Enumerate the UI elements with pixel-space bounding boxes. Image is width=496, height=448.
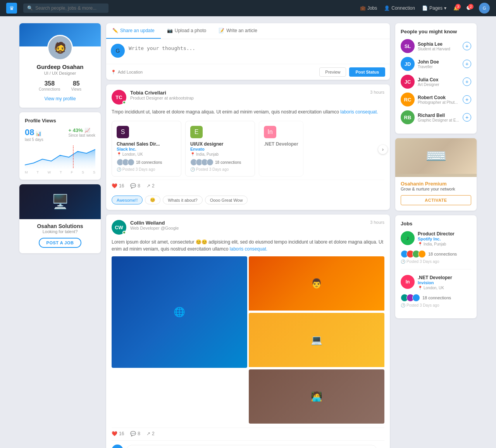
comment-input[interactable] <box>126 445 377 448</box>
invision-logo: In <box>264 126 276 138</box>
person-item: SL Sophia Lee Student at Harvard + <box>401 39 471 53</box>
job-posted-text: 🕐 Posted 3 Days ago <box>401 303 471 307</box>
person-sub: Graphic Designer at E... <box>418 118 460 122</box>
job-card-mini: In .NET Developer <box>259 121 303 177</box>
scroll-right-arrow[interactable]: › <box>378 145 388 154</box>
post-text: Lorem ipsum dolor sit amet, consectetur … <box>112 239 384 252</box>
views-sub-label: last 5 days <box>25 137 43 142</box>
job-item: In .NET Developer Invision 📍 London, UK <box>401 275 471 313</box>
job-item-company: Invision <box>418 280 471 285</box>
connections-count: 18 connections <box>422 295 451 300</box>
days-labels: M T W T F S S <box>25 170 95 174</box>
person-info: Richard Bell Graphic Designer at E... <box>418 113 460 122</box>
job-location: 📍 India, Punjab <box>190 152 250 156</box>
nav-right: 💼 Jobs 👤 Connection 📄 Pages ▾ 🔔 3 💬 2 G <box>360 3 490 14</box>
person-info: Julia Cox Art Designer <box>418 77 460 87</box>
awesome-reaction[interactable]: Awesome!! <box>112 196 143 204</box>
connection-avatars <box>401 294 420 302</box>
post-item: CW Collin Weiland Web Developer @Google … <box>106 215 390 448</box>
whats-about-reaction[interactable]: Whats it about? <box>163 196 202 204</box>
post-link[interactable]: laboris consequat. <box>340 109 378 115</box>
connect-button[interactable]: + <box>463 60 471 68</box>
banner-image: ⌨️ <box>395 138 477 177</box>
activate-button[interactable]: ACTIVATE <box>401 195 471 205</box>
post-author-name: Collin Weiland <box>130 220 370 226</box>
tab-share-update[interactable]: ✏️ Share an update <box>106 23 161 39</box>
people-you-might-know: People you might know SL Sophia Lee Stud… <box>395 23 477 134</box>
tab-upload-photo[interactable]: 📷 Upload a photo <box>161 23 212 39</box>
like-action[interactable]: ❤️ 16 <box>112 431 124 436</box>
nav-logo: ♛ <box>6 3 17 14</box>
share-action[interactable]: ↗ 2 <box>146 431 155 436</box>
search-input[interactable] <box>35 5 101 11</box>
comment-input-row: ↗ <box>112 440 384 448</box>
search-box[interactable]: 🔍 <box>23 3 108 13</box>
location-pin-icon: 📍 <box>117 152 121 156</box>
invision-logo: In <box>401 275 415 289</box>
connect-button[interactable]: + <box>463 95 471 104</box>
jobs-horizontal-scroll[interactable]: S Channel Sales Dir... Slack Inc. 📍 Lond… <box>112 119 384 180</box>
comment-avatar <box>112 445 123 448</box>
person-laptop-image: 💻 <box>249 313 384 367</box>
person-name: John Doe <box>418 59 460 65</box>
composer-tabs: ✏️ Share an update 📷 Upload a photo 📝 Wr… <box>106 23 390 39</box>
view-profile-link[interactable]: View my profile <box>44 96 76 101</box>
person-sub: Photographer at Phut... <box>418 100 460 105</box>
user-avatar[interactable]: G <box>479 3 490 14</box>
person-item: JD John Doe Traveller + <box>401 57 471 71</box>
pages-chevron-icon: ▾ <box>444 5 446 11</box>
like-action[interactable]: ❤️ 16 <box>112 183 124 189</box>
post-status-button[interactable]: Post Status <box>349 67 385 77</box>
person-name: Sophia Lee <box>418 41 460 47</box>
people-section-title: People you might know <box>401 29 471 34</box>
composer-textarea[interactable] <box>129 44 385 59</box>
messages-icon-wrap[interactable]: 💬 2 <box>466 5 472 11</box>
notifications-bell[interactable]: 🔔 3 <box>453 5 459 11</box>
person-sub: Student at Harvard <box>418 47 460 51</box>
connections-count: 18 connections <box>428 252 457 256</box>
envato-logo: E <box>190 126 203 138</box>
profile-avatar: 🧔 <box>47 35 73 60</box>
job-company: Envato <box>190 147 250 151</box>
job-item-location: 📍 London, UK <box>418 286 471 290</box>
post-author-info: Tobia Crivellari Product Designer at ank… <box>126 90 370 100</box>
job-posted: 🕐 Posted 3 Days ago <box>190 167 250 172</box>
preview-button[interactable]: Preview <box>319 67 346 77</box>
job-item-company: Spotify Inc. <box>418 237 471 241</box>
location-icon: 📍 <box>111 70 116 75</box>
views-card-title: Profile Views <box>25 118 95 124</box>
share-action[interactable]: ↗ 2 <box>146 183 155 189</box>
online-indicator <box>122 101 126 104</box>
comment-action[interactable]: 💬 8 <box>130 431 140 436</box>
jobs-sidebar: Jobs ♪ Product Director Spotify Inc. 📍 I… <box>395 215 477 318</box>
connect-button[interactable]: + <box>463 113 471 122</box>
comment-action[interactable]: 💬 8 <box>130 183 140 189</box>
banner-content: Osahanin Premium Grow & nurture your net… <box>395 177 477 211</box>
add-location-button[interactable]: 📍 Add Location <box>111 70 143 75</box>
connect-button[interactable]: + <box>463 77 471 86</box>
job-posted: 🕐 Posted 3 Days ago <box>117 167 176 172</box>
post-author-avatar: TC <box>112 90 126 105</box>
premium-banner: ⌨️ Osahanin Premium Grow & nurture your … <box>395 138 477 211</box>
profile-views-card: Profile Views 08 📊 last 5 days + 43% 📈 S… <box>19 112 101 180</box>
reaction-buttons: Awesome!! 😊 Whats it about? Oooo Great W… <box>112 196 384 204</box>
nav-jobs[interactable]: 💼 Jobs <box>360 5 377 11</box>
notifications-badge: 3 <box>455 4 461 9</box>
nav-connection[interactable]: 👤 Connection <box>384 5 415 11</box>
person-item: RC Robert Cook Photographer at Phut... + <box>401 93 471 106</box>
share-icon: ✏️ <box>112 28 118 33</box>
views-chart <box>25 146 95 169</box>
pages-icon: 📄 <box>422 5 428 11</box>
connection-avatars <box>190 159 214 166</box>
connect-button[interactable]: + <box>463 42 471 50</box>
nav-pages[interactable]: 📄 Pages ▾ <box>422 5 446 11</box>
connection-avatar <box>127 159 134 166</box>
person-avatar: JC <box>401 75 415 89</box>
post-job-button[interactable]: POST A JOB <box>39 238 82 248</box>
person-info: Robert Cook Photographer at Phut... <box>418 95 460 105</box>
job-item-location: 📍 India, Punjab <box>418 242 471 246</box>
tab-write-article[interactable]: 📝 Write an article <box>212 23 264 39</box>
emoji-reaction[interactable]: 😊 <box>145 196 160 204</box>
great-reaction[interactable]: Oooo Great Wow <box>205 196 248 204</box>
post-link[interactable]: laboris consequat. <box>230 246 267 252</box>
